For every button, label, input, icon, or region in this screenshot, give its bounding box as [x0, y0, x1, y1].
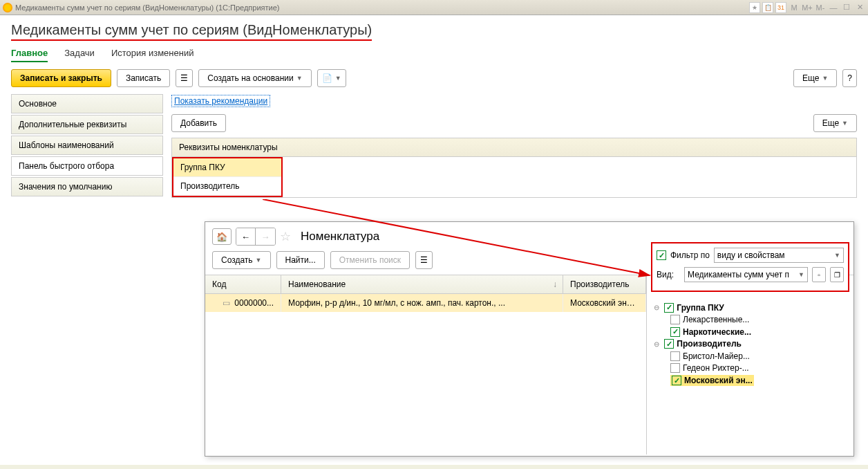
tree-toggle[interactable]: ⊖ — [654, 304, 662, 311]
kind-list-button[interactable]: ❐ — [830, 267, 844, 282]
filter-by-select[interactable]: виду и свойствам▼ — [714, 248, 844, 263]
ov-create-button[interactable]: Создать▼ — [212, 251, 271, 269]
filter-tree: ⊖ ✓Группа ПКУ ✓Лекарственные... ✓Наркоти… — [647, 296, 853, 392]
cell-code: ▭0000000... — [205, 294, 281, 312]
window-title: Медикаменты сумм учет по сериям (ВидНоме… — [15, 3, 749, 12]
sidebar: Основное Дополнительные реквизиты Шаблон… — [11, 94, 163, 198]
create-based-label: Создать на основании — [207, 73, 294, 83]
sidebar-item-filter-panel[interactable]: Панель быстрого отбора — [11, 156, 163, 176]
requisites-header: Реквизиты номенклатуры — [172, 138, 856, 157]
annotation-arrow — [263, 199, 663, 289]
req-item-manufacturer[interactable]: Производитель — [173, 177, 281, 196]
ov-table: Код Наименование↓ Производитель ▭0000000… — [205, 275, 646, 454]
sidebar-item-main[interactable]: Основное — [11, 94, 163, 113]
tree-bristol[interactable]: ✓Бристол-Майер... — [670, 351, 750, 361]
check-icon[interactable]: ✓ — [670, 315, 680, 324]
cell-name: Морфин, р-р д/ин., 10 мг/мл, с нож. амп.… — [281, 294, 563, 312]
memory-m-icon[interactable]: M — [789, 2, 800, 13]
tree-moscow[interactable]: ✓Московский эн... — [670, 375, 754, 386]
requisites-panel: Реквизиты номенклатуры Группа ПКУ Произв… — [171, 138, 857, 198]
kind-value: Медикаменты сумм учет п — [688, 270, 789, 279]
calendar31-icon[interactable]: 31 — [775, 2, 786, 13]
create-based-button[interactable]: Создать на основании▼ — [198, 69, 311, 87]
maximize-icon[interactable]: ☐ — [841, 2, 852, 13]
toolbar: Записать и закрыть Записать ☰ Создать на… — [11, 69, 857, 87]
check-icon[interactable]: ✓ — [672, 376, 681, 385]
back-button[interactable]: ← — [236, 228, 256, 245]
check-icon[interactable]: ✓ — [670, 327, 680, 337]
item-icon: ▭ — [223, 298, 230, 308]
tree-group-pku[interactable]: ✓Группа ПКУ — [664, 303, 724, 313]
tree-medicinal[interactable]: ✓Лекарственные... — [670, 315, 749, 324]
memory-mplus-icon[interactable]: M+ — [802, 2, 813, 13]
tab-main[interactable]: Главное — [11, 45, 48, 62]
calendar-icon[interactable]: 📋 — [762, 2, 773, 13]
svg-line-0 — [263, 199, 650, 275]
save-button[interactable]: Записать — [117, 69, 170, 87]
check-icon[interactable]: ✓ — [670, 351, 680, 361]
sidebar-item-defaults[interactable]: Значения по умолчанию — [11, 177, 163, 196]
sidebar-item-extra[interactable]: Дополнительные реквизиты — [11, 115, 163, 134]
app-icon — [3, 3, 12, 12]
tree-narcotic[interactable]: ✓Наркотические... — [670, 327, 751, 337]
more-button[interactable]: Еще▼ — [793, 69, 837, 87]
titlebar: Медикаменты сумм учет по сериям (ВидНоме… — [0, 0, 868, 15]
ov-create-label: Создать — [221, 255, 253, 265]
cell-prod: Московский эндок — [563, 294, 646, 312]
tree-manufacturer[interactable]: ✓Производитель — [664, 339, 742, 349]
help-button[interactable]: ? — [842, 69, 857, 87]
tab-tasks[interactable]: Задачи — [64, 45, 95, 62]
requisites-list: Группа ПКУ Производитель — [172, 157, 283, 197]
minimize-icon[interactable]: — — [828, 2, 839, 13]
tree-toggle[interactable]: ⊖ — [654, 340, 662, 348]
tree-gedeon[interactable]: ✓Гедеон Рихтер-... — [670, 363, 749, 373]
filter-by-label: Фильтр по — [670, 250, 710, 260]
home-button[interactable]: 🏠 — [212, 228, 232, 245]
more2-label: Еще — [822, 118, 839, 128]
more2-button[interactable]: Еще▼ — [813, 114, 857, 132]
recommendations-link[interactable]: Показать рекомендации — [171, 95, 270, 107]
window-controls: ★ 📋 31 M M+ M- — ☐ ✕ — [749, 2, 865, 13]
table-row[interactable]: ▭0000000... Морфин, р-р д/ин., 10 мг/мл,… — [205, 294, 646, 312]
report-icon-button[interactable]: 📄▼ — [317, 69, 346, 87]
check-icon[interactable]: ✓ — [670, 363, 680, 373]
filter-by-value: виду и свойствам — [717, 250, 785, 260]
close-icon[interactable]: ✕ — [854, 2, 865, 13]
filter-panel: ✓ Фильтр по виду и свойствам▼ Вид: Медик… — [646, 275, 853, 454]
kind-open-button[interactable]: ▫ — [812, 267, 826, 282]
main-tabs: Главное Задачи История изменений — [11, 45, 857, 62]
more-label: Еще — [802, 73, 819, 83]
check-icon[interactable]: ✓ — [664, 303, 674, 313]
sidebar-item-templates[interactable]: Шаблоны наименований — [11, 136, 163, 155]
tab-history[interactable]: История изменений — [111, 45, 194, 62]
list-icon-button[interactable]: ☰ — [176, 69, 193, 87]
save-close-button[interactable]: Записать и закрыть — [11, 69, 111, 87]
add-button[interactable]: Добавить — [171, 114, 226, 132]
page-title: Медикаменты сумм учет по сериям (ВидНоме… — [11, 22, 372, 41]
memory-mminus-icon[interactable]: M- — [815, 2, 826, 13]
favorites-icon[interactable]: ★ — [749, 2, 760, 13]
kind-select[interactable]: Медикаменты сумм учет п▼ — [684, 267, 808, 282]
check-icon[interactable]: ✓ — [664, 339, 674, 349]
req-item-group[interactable]: Группа ПКУ — [173, 158, 281, 177]
